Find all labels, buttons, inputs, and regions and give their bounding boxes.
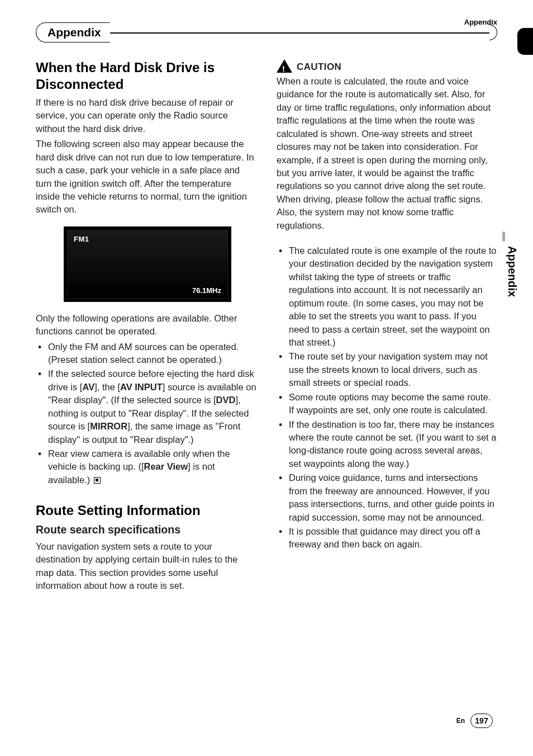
subheading-route-search: Route search specifications <box>36 522 256 538</box>
list-item: Only the FM and AM sources can be operat… <box>48 341 256 367</box>
right-bullet-list: The calculated route is one example of t… <box>277 244 497 551</box>
radio-screen-figure: FM1 76.1MHz <box>64 226 231 302</box>
caution-heading-row: CAUTION <box>277 59 497 74</box>
bold-dvd: DVD <box>216 395 236 405</box>
list-item: The calculated route is one example of t… <box>289 244 497 349</box>
para-route-1: Your navigation system sets a route to y… <box>36 540 256 593</box>
left-bullet-list: Only the FM and AM sources can be operat… <box>36 341 256 487</box>
end-of-section-icon <box>94 477 101 484</box>
chapter-black-tab <box>517 28 533 55</box>
list-item: The route set by your navigation system … <box>289 350 497 389</box>
list-item: During voice guidance, turns and interse… <box>289 471 497 524</box>
bold-av: AV <box>82 382 94 392</box>
list-item: If the destination is too far, there may… <box>289 418 497 471</box>
list-item: It is possible that guidance may direct … <box>289 525 497 551</box>
section-tab-title: Appendix <box>36 22 110 42</box>
para-hdd-2: The following screen also may appear bec… <box>36 138 256 216</box>
footer-lang: En <box>456 717 465 725</box>
right-column: CAUTION When a route is calculated, the … <box>277 59 497 595</box>
para-hdd-1: If there is no hard disk drive because o… <box>36 96 256 135</box>
caution-label: CAUTION <box>297 60 341 74</box>
side-appendix-label: Appendix <box>506 246 518 297</box>
bold-av-input: AV INPUT <box>120 382 163 392</box>
caution-paragraph: When a route is calculated, the route an… <box>277 75 497 232</box>
bold-mirror: MIRROR <box>90 421 127 431</box>
side-indicator-bar <box>502 231 505 242</box>
warning-triangle-icon <box>277 59 292 73</box>
text: ], the [ <box>94 382 120 392</box>
bold-rear-view: Rear View <box>144 461 188 471</box>
section-tab-rule-end <box>489 25 497 40</box>
page-footer: En 197 <box>456 714 493 728</box>
list-item: Rear view camera is available only when … <box>48 447 256 486</box>
section-tab-row: Appendix <box>36 22 497 42</box>
radio-freq-label: 76.1MHz <box>192 286 221 296</box>
heading-hdd-disconnected: When the Hard Disk Drive is Disconnected <box>36 59 256 93</box>
radio-band-label: FM1 <box>74 234 89 244</box>
list-item: If the selected source before ejecting t… <box>48 367 256 446</box>
heading-route-setting: Route Setting Information <box>36 502 256 519</box>
left-column: When the Hard Disk Drive is Disconnected… <box>36 59 256 595</box>
page-number: 197 <box>470 714 493 728</box>
list-item: Some route options may become the same r… <box>289 391 497 417</box>
para-hdd-3: Only the following operations are availa… <box>36 312 256 338</box>
